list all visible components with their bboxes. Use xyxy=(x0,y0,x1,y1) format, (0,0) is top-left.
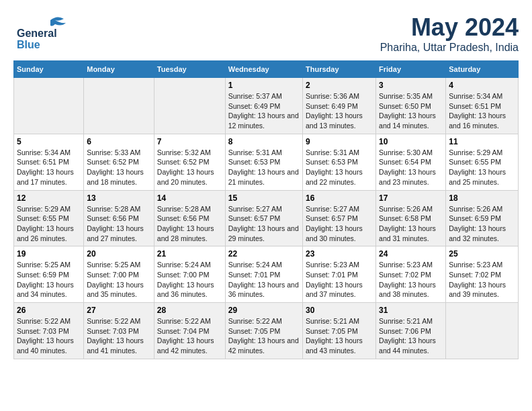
calendar-cell xyxy=(446,303,519,359)
day-number: 29 xyxy=(228,306,300,315)
column-header-tuesday: Tuesday xyxy=(154,61,225,78)
calendar-cell: 27Sunrise: 5:22 AM Sunset: 7:03 PM Dayli… xyxy=(84,303,154,359)
day-number: 1 xyxy=(228,81,300,90)
column-header-monday: Monday xyxy=(84,61,154,78)
day-info: Sunrise: 5:25 AM Sunset: 7:00 PM Dayligh… xyxy=(87,260,151,300)
day-number: 21 xyxy=(157,249,222,259)
column-header-saturday: Saturday xyxy=(446,61,519,78)
column-header-wednesday: Wednesday xyxy=(225,61,302,78)
calendar-cell: 14Sunrise: 5:28 AM Sunset: 6:56 PM Dayli… xyxy=(154,190,225,246)
day-number: 22 xyxy=(228,249,300,259)
day-info: Sunrise: 5:22 AM Sunset: 7:03 PM Dayligh… xyxy=(17,316,81,356)
day-info: Sunrise: 5:24 AM Sunset: 7:01 PM Dayligh… xyxy=(228,260,300,300)
calendar-cell: 2Sunrise: 5:36 AM Sunset: 6:49 PM Daylig… xyxy=(303,78,376,134)
calendar-cell: 5Sunrise: 5:34 AM Sunset: 6:51 PM Daylig… xyxy=(14,134,84,190)
day-number: 30 xyxy=(306,306,373,315)
day-number: 23 xyxy=(306,249,373,259)
logo-svg: General Blue xyxy=(13,13,74,50)
calendar-cell: 22Sunrise: 5:24 AM Sunset: 7:01 PM Dayli… xyxy=(225,246,302,303)
calendar-cell: 10Sunrise: 5:30 AM Sunset: 6:54 PM Dayli… xyxy=(376,134,446,190)
column-header-thursday: Thursday xyxy=(303,61,376,78)
calendar-cell: 24Sunrise: 5:23 AM Sunset: 7:02 PM Dayli… xyxy=(376,246,446,303)
calendar-week-row: 19Sunrise: 5:25 AM Sunset: 6:59 PM Dayli… xyxy=(14,246,519,303)
day-number: 17 xyxy=(379,193,443,203)
calendar-cell: 9Sunrise: 5:31 AM Sunset: 6:53 PM Daylig… xyxy=(303,134,376,190)
day-info: Sunrise: 5:28 AM Sunset: 6:56 PM Dayligh… xyxy=(87,204,151,244)
day-number: 10 xyxy=(379,137,443,146)
calendar-cell: 15Sunrise: 5:27 AM Sunset: 6:57 PM Dayli… xyxy=(225,190,302,246)
title-block: May 2024 Phariha, Uttar Pradesh, India xyxy=(380,13,519,54)
day-number: 5 xyxy=(17,137,81,146)
day-number: 15 xyxy=(228,193,300,203)
calendar-cell: 21Sunrise: 5:24 AM Sunset: 7:00 PM Dayli… xyxy=(154,246,225,303)
calendar-cell: 18Sunrise: 5:26 AM Sunset: 6:59 PM Dayli… xyxy=(446,190,519,246)
calendar-cell: 12Sunrise: 5:29 AM Sunset: 6:55 PM Dayli… xyxy=(14,190,84,246)
calendar-cell: 17Sunrise: 5:26 AM Sunset: 6:58 PM Dayli… xyxy=(376,190,446,246)
day-info: Sunrise: 5:26 AM Sunset: 6:59 PM Dayligh… xyxy=(449,204,515,244)
day-number: 28 xyxy=(157,306,222,315)
day-info: Sunrise: 5:33 AM Sunset: 6:52 PM Dayligh… xyxy=(87,148,151,187)
day-number: 31 xyxy=(379,306,443,315)
day-info: Sunrise: 5:22 AM Sunset: 7:03 PM Dayligh… xyxy=(87,316,151,356)
day-info: Sunrise: 5:35 AM Sunset: 6:50 PM Dayligh… xyxy=(379,91,443,131)
day-info: Sunrise: 5:22 AM Sunset: 7:04 PM Dayligh… xyxy=(157,316,222,356)
day-info: Sunrise: 5:34 AM Sunset: 6:51 PM Dayligh… xyxy=(17,148,81,187)
calendar-week-row: 26Sunrise: 5:22 AM Sunset: 7:03 PM Dayli… xyxy=(14,303,519,359)
calendar-cell: 30Sunrise: 5:21 AM Sunset: 7:05 PM Dayli… xyxy=(303,303,376,359)
calendar-cell: 6Sunrise: 5:33 AM Sunset: 6:52 PM Daylig… xyxy=(84,134,154,190)
day-info: Sunrise: 5:21 AM Sunset: 7:06 PM Dayligh… xyxy=(379,316,443,356)
calendar-cell: 29Sunrise: 5:22 AM Sunset: 7:05 PM Dayli… xyxy=(225,303,302,359)
day-info: Sunrise: 5:30 AM Sunset: 6:54 PM Dayligh… xyxy=(379,148,443,187)
calendar-cell: 1Sunrise: 5:37 AM Sunset: 6:49 PM Daylig… xyxy=(225,78,302,134)
page-subtitle: Phariha, Uttar Pradesh, India xyxy=(380,42,519,54)
day-info: Sunrise: 5:32 AM Sunset: 6:52 PM Dayligh… xyxy=(157,148,222,187)
day-info: Sunrise: 5:23 AM Sunset: 7:01 PM Dayligh… xyxy=(306,260,373,300)
day-number: 11 xyxy=(449,137,515,146)
day-number: 18 xyxy=(449,193,515,203)
day-number: 12 xyxy=(17,193,81,203)
calendar-cell: 20Sunrise: 5:25 AM Sunset: 7:00 PM Dayli… xyxy=(84,246,154,303)
logo: General Blue xyxy=(13,13,74,50)
calendar-cell: 11Sunrise: 5:29 AM Sunset: 6:55 PM Dayli… xyxy=(446,134,519,190)
day-number: 26 xyxy=(17,306,81,315)
calendar-cell: 19Sunrise: 5:25 AM Sunset: 6:59 PM Dayli… xyxy=(14,246,84,303)
day-info: Sunrise: 5:29 AM Sunset: 6:55 PM Dayligh… xyxy=(449,148,515,187)
calendar-week-row: 5Sunrise: 5:34 AM Sunset: 6:51 PM Daylig… xyxy=(14,134,519,190)
day-number: 6 xyxy=(87,137,151,146)
calendar-cell xyxy=(14,78,84,134)
calendar-cell: 31Sunrise: 5:21 AM Sunset: 7:06 PM Dayli… xyxy=(376,303,446,359)
day-info: Sunrise: 5:28 AM Sunset: 6:56 PM Dayligh… xyxy=(157,204,222,244)
calendar-header-row: SundayMondayTuesdayWednesdayThursdayFrid… xyxy=(14,61,519,78)
day-number: 8 xyxy=(228,137,300,146)
day-number: 16 xyxy=(306,193,373,203)
calendar-cell: 16Sunrise: 5:27 AM Sunset: 6:57 PM Dayli… xyxy=(303,190,376,246)
day-number: 13 xyxy=(87,193,151,203)
calendar-cell: 3Sunrise: 5:35 AM Sunset: 6:50 PM Daylig… xyxy=(376,78,446,134)
day-number: 20 xyxy=(87,249,151,259)
calendar-cell: 13Sunrise: 5:28 AM Sunset: 6:56 PM Dayli… xyxy=(84,190,154,246)
page-header: General Blue May 2024 Phariha, Uttar Pra… xyxy=(13,13,519,54)
day-number: 7 xyxy=(157,137,222,146)
svg-text:General: General xyxy=(17,28,57,39)
day-number: 24 xyxy=(379,249,443,259)
calendar-cell: 7Sunrise: 5:32 AM Sunset: 6:52 PM Daylig… xyxy=(154,134,225,190)
day-number: 2 xyxy=(306,81,373,90)
calendar-cell: 25Sunrise: 5:23 AM Sunset: 7:02 PM Dayli… xyxy=(446,246,519,303)
day-info: Sunrise: 5:22 AM Sunset: 7:05 PM Dayligh… xyxy=(228,316,300,356)
day-number: 9 xyxy=(306,137,373,146)
day-number: 27 xyxy=(87,306,151,315)
day-number: 3 xyxy=(379,81,443,90)
calendar-cell: 23Sunrise: 5:23 AM Sunset: 7:01 PM Dayli… xyxy=(303,246,376,303)
day-info: Sunrise: 5:23 AM Sunset: 7:02 PM Dayligh… xyxy=(379,260,443,300)
day-info: Sunrise: 5:27 AM Sunset: 6:57 PM Dayligh… xyxy=(306,204,373,244)
column-header-friday: Friday xyxy=(376,61,446,78)
page-title: May 2024 xyxy=(380,13,519,42)
calendar-week-row: 12Sunrise: 5:29 AM Sunset: 6:55 PM Dayli… xyxy=(14,190,519,246)
day-info: Sunrise: 5:29 AM Sunset: 6:55 PM Dayligh… xyxy=(17,204,81,244)
day-info: Sunrise: 5:37 AM Sunset: 6:49 PM Dayligh… xyxy=(228,91,300,131)
day-info: Sunrise: 5:26 AM Sunset: 6:58 PM Dayligh… xyxy=(379,204,443,244)
svg-text:Blue: Blue xyxy=(17,39,40,50)
calendar-cell: 8Sunrise: 5:31 AM Sunset: 6:53 PM Daylig… xyxy=(225,134,302,190)
day-number: 19 xyxy=(17,249,81,259)
calendar-week-row: 1Sunrise: 5:37 AM Sunset: 6:49 PM Daylig… xyxy=(14,78,519,134)
